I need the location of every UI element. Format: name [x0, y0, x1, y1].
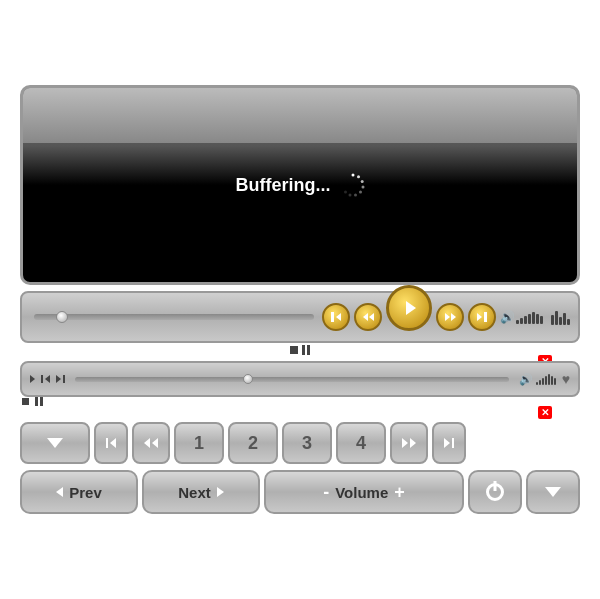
sec-vol-bars — [536, 373, 556, 385]
sec-pause-icon[interactable] — [35, 397, 43, 406]
next-nav-label: Next — [178, 484, 211, 501]
buffering-text: Buffering... — [236, 175, 331, 196]
svg-point-1 — [357, 175, 360, 178]
secondary-controls-bar: 🔊 ♥ — [20, 361, 580, 397]
progress-knob[interactable] — [56, 311, 68, 323]
main-controls-bar: 🔊 — [20, 291, 580, 343]
svg-point-0 — [351, 174, 354, 177]
num-next-button[interactable] — [432, 422, 466, 464]
spinner-icon — [341, 173, 365, 197]
svg-point-2 — [360, 180, 363, 183]
volume-control[interactable]: 🔊 — [500, 310, 543, 324]
rewind-icon — [363, 313, 374, 321]
num-4-button[interactable]: 4 — [336, 422, 386, 464]
num-ff-icon — [402, 438, 416, 448]
sec-mute-x[interactable]: ✕ — [538, 406, 552, 419]
sec-progress-bar[interactable] — [75, 377, 509, 382]
dropdown-icon — [47, 438, 63, 448]
next-nav-button[interactable]: Next — [142, 470, 260, 514]
number-buttons-row: 1 2 3 4 — [20, 422, 580, 464]
sec-play-button[interactable] — [30, 375, 35, 383]
num-rewind-button[interactable] — [132, 422, 170, 464]
video-screen: Buffering... — [20, 85, 580, 285]
prev-nav-label: Prev — [69, 484, 102, 501]
num-rewind-icon — [144, 438, 158, 448]
dropdown-button[interactable] — [20, 422, 90, 464]
sec-next-button[interactable] — [56, 375, 65, 383]
next-icon — [477, 312, 487, 322]
stop-pause-row — [20, 345, 580, 355]
bottom-buttons-row: Prev Next - Volume + — [20, 470, 580, 514]
progress-bar[interactable] — [34, 314, 314, 320]
volume-group: - Volume + — [264, 470, 464, 514]
play-button[interactable] — [386, 285, 432, 331]
bottom-dropdown-icon — [545, 487, 561, 497]
sec-volume-control[interactable]: 🔊 — [519, 373, 556, 386]
num-2-button[interactable]: 2 — [228, 422, 278, 464]
buffering-container: Buffering... — [236, 173, 365, 197]
prev-nav-icon — [56, 487, 63, 497]
num-1-label: 1 — [194, 433, 204, 454]
volume-plus-button[interactable]: + — [394, 482, 405, 503]
prev-nav-button[interactable]: Prev — [20, 470, 138, 514]
svg-point-5 — [354, 194, 357, 197]
bottom-dropdown-button[interactable] — [526, 470, 580, 514]
num-3-label: 3 — [302, 433, 312, 454]
svg-point-3 — [361, 186, 364, 189]
sec-stop-icon[interactable] — [22, 398, 29, 405]
svg-point-4 — [359, 191, 362, 194]
volume-minus-button[interactable]: - — [323, 482, 329, 503]
next-nav-icon — [217, 487, 224, 497]
sec-prev-button[interactable] — [41, 375, 50, 383]
fastforward-icon — [445, 313, 456, 321]
fastforward-button[interactable] — [436, 303, 464, 331]
eq-button[interactable] — [551, 309, 570, 325]
num-ff-button[interactable] — [390, 422, 428, 464]
favorite-button[interactable]: ♥ — [562, 371, 570, 387]
play-icon — [406, 301, 416, 315]
num-prev-icon — [106, 438, 116, 448]
prev-button[interactable] — [322, 303, 350, 331]
num-1-button[interactable]: 1 — [174, 422, 224, 464]
power-icon — [486, 483, 504, 501]
num-4-label: 4 — [356, 433, 366, 454]
power-button[interactable] — [468, 470, 522, 514]
sec-mute-icon[interactable]: ✕ — [538, 402, 552, 420]
num-2-label: 2 — [248, 433, 258, 454]
sec-play-icon — [30, 375, 35, 383]
num-next-icon — [444, 438, 454, 448]
svg-point-7 — [344, 191, 347, 194]
num-prev-button[interactable] — [94, 422, 128, 464]
rewind-button[interactable] — [354, 303, 382, 331]
num-3-button[interactable]: 3 — [282, 422, 332, 464]
volume-label: Volume — [335, 484, 388, 501]
pause-icon[interactable] — [302, 345, 310, 355]
sec-progress-knob[interactable] — [243, 374, 253, 384]
next-button[interactable] — [468, 303, 496, 331]
volume-bars — [516, 310, 543, 324]
svg-point-6 — [348, 194, 351, 197]
prev-arrows-icon — [336, 313, 341, 321]
stop-icon[interactable] — [290, 346, 298, 354]
prev-icon — [331, 312, 341, 322]
sec-stop-pause-row — [22, 397, 580, 406]
media-player: Buffering... — [20, 85, 580, 514]
